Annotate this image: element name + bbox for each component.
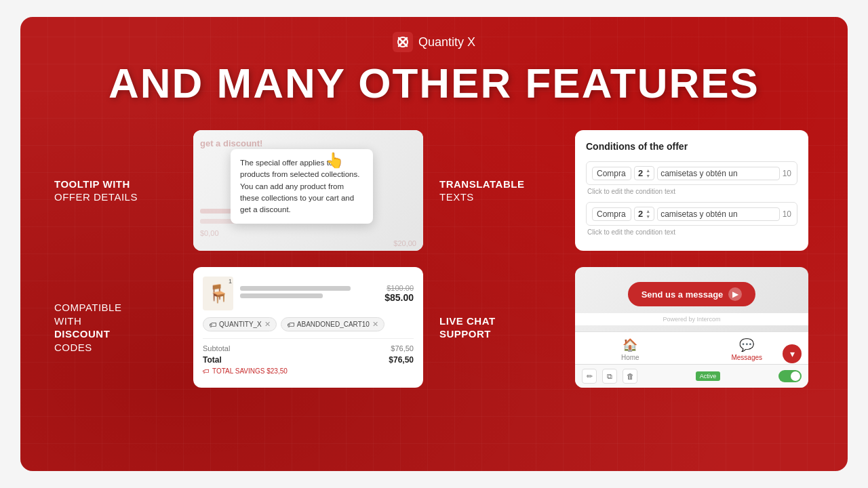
tooltip-bg-text: get a discount! <box>200 138 262 148</box>
discount-tag-2-remove[interactable]: ✕ <box>372 320 378 329</box>
condition-suffix-1: 10 <box>783 169 791 178</box>
discount-label: COMPATIBLE WITH DISCOUNT CODES <box>54 301 180 354</box>
discount-tag-2: 🏷 ABANDONED_CART10 ✕ <box>281 317 384 331</box>
discount-tag-1: 🏷 QUANTITY_X ✕ <box>203 317 277 331</box>
condition-prefix-2[interactable] <box>592 207 631 221</box>
discount-label-text: COMPATIBLE WITH DISCOUNT CODES <box>54 301 173 354</box>
tooltip-cursor: 👆 <box>326 152 344 169</box>
send-arrow-icon: ▶ <box>728 287 742 301</box>
main-container: Quantity X AND MANY OTHER FEATURES TOOLT… <box>20 17 848 471</box>
cart-savings: 🏷 TOTAL SAVINGS $23,50 <box>203 367 414 375</box>
cart-item-bar-1 <box>240 286 351 291</box>
translatable-label-text: TRANSLATABLE TEXTS <box>439 178 555 204</box>
savings-icon: 🏷 <box>203 367 210 375</box>
condition-text-2[interactable] <box>657 207 779 221</box>
content-wrapper: Quantity X AND MANY OTHER FEATURES TOOLT… <box>20 17 848 392</box>
translatable-title: Conditions of the offer <box>586 141 797 152</box>
header: Quantity X <box>393 32 475 52</box>
condition-suffix-2: 10 <box>783 209 791 219</box>
tooltip-card: get a discount! $0,00 $20,00 The special… <box>193 130 423 251</box>
livechat-toggle[interactable] <box>778 370 802 382</box>
main-heading: AND MANY OTHER FEATURES <box>108 59 760 107</box>
discount-tag-1-remove[interactable]: ✕ <box>264 320 271 329</box>
cart-subtotal-row: Subtotal $76,50 <box>203 344 414 352</box>
send-message-button[interactable]: Send us a message ▶ <box>628 282 756 306</box>
translatable-card: Conditions of the offer 2 ▲ ▼ 10 <box>575 130 808 251</box>
cart-item-row: 🪑 1 $100.00 $85.00 <box>203 277 414 310</box>
condition-text-1[interactable] <box>657 167 779 180</box>
condition-num-2: 2 <box>638 209 643 219</box>
livechat-nav-home[interactable]: 🏠 Home <box>621 338 639 361</box>
tooltip-bubble-text: The special offer applies to products fr… <box>240 157 363 216</box>
tooltip-bg-price2: $20,00 <box>393 239 416 247</box>
tooltip-label-text: TOOLTIP WITH OFFER DETAILS <box>54 178 173 204</box>
discount-tags: 🏷 QUANTITY_X ✕ 🏷 ABANDONED_CART10 ✕ <box>203 317 414 331</box>
livechat-label-text: LIVE CHAT SUPPORT <box>439 314 555 341</box>
powered-by-intercom: Powered by Intercom <box>575 313 808 325</box>
click-to-edit-2: Click to edit the condition text <box>586 228 797 236</box>
home-icon: 🏠 <box>623 338 637 352</box>
livechat-card: Send us a message ▶ Powered by Intercom … <box>575 267 808 388</box>
cart-totals: Subtotal $76,50 Total $76,50 🏷 TOTAL SAV… <box>203 338 414 375</box>
discount-card: 🪑 1 $100.00 $85.00 <box>193 267 423 388</box>
edit-icon[interactable]: ✏ <box>582 369 597 384</box>
cart-qty-badge: 1 <box>229 278 232 285</box>
livechat-label: LIVE CHAT SUPPORT <box>439 314 561 341</box>
cart-price-col: $100.00 $85.00 <box>384 284 414 303</box>
cart-total-row: Total $76,50 <box>203 355 414 365</box>
scroll-down-button[interactable]: ▾ <box>783 344 802 363</box>
tooltip-label: TOOLTIP WITH OFFER DETAILS <box>54 178 180 204</box>
tag-icon-1: 🏷 <box>209 321 216 329</box>
condition-row-1: 2 ▲ ▼ 10 <box>586 161 797 185</box>
tooltip-bubble: The special offer applies to products fr… <box>231 149 373 224</box>
toggle-knob <box>791 371 800 381</box>
active-badge: Active <box>696 371 721 381</box>
livechat-nav-messages[interactable]: 💬 Messages <box>731 338 762 361</box>
cart-item-image: 🪑 1 <box>203 277 233 310</box>
trash-icon[interactable]: 🗑 <box>623 369 637 384</box>
translatable-label: TRANSLATABLE TEXTS <box>439 178 561 204</box>
logo-icon <box>393 32 413 52</box>
click-to-edit-1: Click to edit the condition text <box>586 188 797 195</box>
condition-num-1: 2 <box>638 168 643 178</box>
messages-icon: 💬 <box>739 338 754 352</box>
livechat-nav: 🏠 Home 💬 Messages <box>575 331 808 364</box>
livechat-action-icons: ✏ ⧉ 🗑 <box>582 369 637 384</box>
cart-item-bar-2 <box>240 293 323 298</box>
condition-prefix-1[interactable] <box>592 167 631 180</box>
copy-icon[interactable]: ⧉ <box>602 369 617 384</box>
cart-price-original: $100.00 <box>384 284 414 292</box>
condition-row-2: 2 ▲ ▼ 10 <box>586 202 797 226</box>
tooltip-bg-price: $0,00 <box>200 229 416 237</box>
livechat-bottom-bar: ✏ ⧉ 🗑 Active <box>575 364 808 388</box>
cart-item-details <box>240 286 378 301</box>
tag-icon-2: 🏷 <box>287 321 294 329</box>
brand-name: Quantity X <box>418 35 475 49</box>
cart-price-new: $85.00 <box>384 292 414 303</box>
